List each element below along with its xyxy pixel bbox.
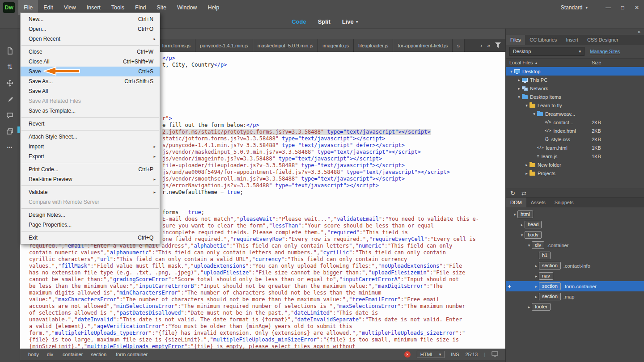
code-line[interactable]: form.","multipleFileUploads_typeError":"…	[29, 330, 505, 337]
dom-node-html[interactable]: ▾html	[506, 209, 644, 219]
collapse-arrow-icon[interactable]: ▾	[512, 212, 517, 217]
collapse-panel-icon[interactable]: »	[638, 29, 640, 34]
menu-item-close-all[interactable]: Close AllCtrl+Shift+W	[21, 57, 160, 67]
add-element-icon[interactable]: +	[508, 283, 511, 290]
guides-icon[interactable]	[5, 79, 14, 88]
dom-node-div-container[interactable]: ▾div.container	[506, 240, 644, 250]
file-tree-item-learn-html[interactable]: </>learn.html1KB	[506, 143, 644, 152]
menu-item-attach-style-sheet[interactable]: Attach Style Sheet...	[21, 132, 160, 142]
menu-item-save[interactable]: SaveCtrl+S	[21, 67, 160, 76]
sync-icon[interactable]: ⇄	[521, 190, 526, 197]
code-line[interactable]: {file} is too large, maximum file size i…	[29, 337, 505, 343]
menu-item-open[interactable]: Open...Ctrl+O	[21, 24, 160, 34]
file-tree-item-this-pc[interactable]: ▸This PC	[506, 76, 644, 84]
file-tree-item-contact[interactable]: </>contact...2KB	[506, 118, 644, 126]
menu-item-open-recent[interactable]: Open Recent▸	[21, 34, 160, 44]
column-local-files[interactable]: Local Files	[506, 60, 533, 65]
collapse-arrow-icon[interactable]: ▾	[516, 95, 522, 99]
code-line[interactable]: contain numeric values","alphanumeric":"…	[29, 249, 505, 256]
snapshot-icon[interactable]	[5, 127, 14, 136]
file-tree-item-desktop-items[interactable]: ▾Desktop items	[506, 93, 644, 101]
code-line[interactable]: be less than the minimum value:","inputC…	[29, 283, 505, 290]
tab-imageinfo-js[interactable]: imageinfo.js	[318, 39, 354, 52]
expand-arrow-icon[interactable]: ▸	[534, 264, 539, 268]
code-line[interactable]: {minSizeLimit}.","multipleFileUploads_em…	[29, 343, 505, 349]
file-tree-item-learn-to-fly[interactable]: ▾Learn to fly	[506, 101, 644, 109]
dom-node-head[interactable]: ▸head	[506, 219, 644, 230]
code-line[interactable]: has no extension file type (e.g. .txt, .…	[29, 269, 505, 276]
minimize-button[interactable]: —	[601, 0, 615, 15]
file-management-icon[interactable]: ⇅	[5, 63, 14, 72]
code-line[interactable]: unavailable.","dateInvalid":"This date i…	[29, 316, 505, 323]
code-line[interactable]: value:","maxCharactersError":"The number…	[29, 296, 505, 303]
collapse-arrow-icon[interactable]: ▾	[524, 103, 530, 108]
collapse-arrow-icon[interactable]: ▾	[526, 243, 532, 248]
expand-arrow-icon[interactable]: ▸	[516, 86, 522, 91]
expand-arrow-icon[interactable]: ▸	[519, 223, 525, 227]
panel-tab-assets[interactable]: Assets	[526, 198, 550, 207]
tag-selector-container[interactable]: .container	[61, 352, 83, 357]
file-tree-item-learn-js[interactable]: ≡learn.js1KB	[506, 152, 644, 160]
tag-selector-body[interactable]: body	[28, 352, 39, 357]
column-size[interactable]: Size	[592, 60, 601, 65]
file-tree-item-index-html[interactable]: </>index.html2KB	[506, 126, 644, 135]
collapse-arrow-icon[interactable]: ▾	[531, 112, 537, 116]
dom-node-section-contact-info[interactable]: ▸section.contact-info	[506, 261, 644, 271]
tab-scroll-icon[interactable]: ›	[480, 42, 482, 49]
collapse-arrow-icon[interactable]: ▾	[508, 69, 514, 74]
view-code-button[interactable]: Code	[292, 18, 306, 25]
file-tree-item-new-folder[interactable]: ▸New folder	[506, 160, 644, 169]
menu-item-save-as[interactable]: Save As...Ctrl+Shift+S	[21, 76, 160, 86]
menu-item-import[interactable]: Import▸	[21, 142, 160, 152]
menu-item-print-code[interactable]: Print Code...Ctrl+P	[21, 164, 160, 174]
tab-fileuploader-js[interactable]: fileuploader.js	[354, 39, 393, 52]
panel-tab-files[interactable]: Files	[506, 35, 525, 45]
menu-window[interactable]: Window	[172, 0, 202, 15]
collapse-arrow-icon[interactable]: ▾	[519, 233, 525, 237]
preview-monitor-icon[interactable]	[491, 351, 498, 358]
dom-node-h1[interactable]: h1	[506, 250, 644, 261]
tag-selector-form-container[interactable]: .form-container	[114, 352, 148, 357]
dom-node-section-form-container[interactable]: +▸section.form-container	[506, 281, 644, 291]
format-brush-icon[interactable]	[5, 95, 14, 104]
site-dropdown[interactable]: Desktop ▾	[509, 47, 585, 56]
more-tools-icon[interactable]: •••	[5, 143, 14, 152]
expand-arrow-icon[interactable]: ▸	[526, 305, 532, 309]
workspace-switcher[interactable]: Standard ▾	[561, 4, 588, 11]
expand-arrow-icon[interactable]: ▸	[524, 171, 530, 176]
tag-selector-div[interactable]: div	[47, 352, 53, 357]
tab-overflow-icon[interactable]: »	[487, 42, 490, 49]
expand-arrow-icon[interactable]: ▸	[524, 163, 530, 167]
panel-tab-css-designer[interactable]: CSS Designer	[583, 35, 623, 45]
menu-item-exit[interactable]: ExitCtrl+Q	[21, 233, 160, 243]
menu-item-real-time-preview[interactable]: Real-time Preview▸	[21, 174, 160, 184]
tab-punycode-1-4-1-min-js[interactable]: punycode-1.4.1.min.js	[195, 39, 253, 52]
dom-node-section-map[interactable]: ▸section.map	[506, 291, 644, 302]
expand-arrow-icon[interactable]: ▸	[534, 274, 539, 278]
maximize-button[interactable]: □	[615, 0, 630, 15]
dom-node-nav[interactable]: ▸nav	[506, 271, 644, 281]
panel-tab-insert[interactable]: Insert	[561, 35, 583, 45]
menu-item-save-all[interactable]: Save All	[21, 86, 160, 96]
tab-for-appointment-field-js[interactable]: for-appointment-field.js	[393, 39, 453, 52]
menu-item-validate[interactable]: Validate▸	[21, 187, 160, 197]
menu-item-close[interactable]: CloseCtrl+W	[21, 47, 160, 57]
code-line[interactable]: cyrillic characters","url":"This field c…	[29, 256, 505, 263]
file-tree-item-projects[interactable]: ▸Projects	[506, 169, 644, 177]
expand-arrow-icon[interactable]: ▸	[534, 295, 539, 299]
refresh-icon[interactable]: ↻	[510, 190, 515, 197]
live-dropdown-icon[interactable]: ▾	[356, 19, 358, 24]
code-line[interactable]: of selections allowed is ","pastDatesDis…	[29, 310, 505, 316]
code-line[interactable]: maximum digits allowed is","minCharacter…	[29, 290, 505, 296]
filter-funnel-icon[interactable]	[495, 42, 501, 49]
menu-item-save-as-template[interactable]: Save as Template...	[21, 106, 160, 116]
close-button[interactable]: ✕	[630, 0, 644, 15]
file-tree-item-dreamweav[interactable]: ▾Dreamweav...	[506, 109, 644, 118]
comments-icon[interactable]	[5, 111, 14, 120]
code-line[interactable]: accounts are not allowed","minSelections…	[29, 303, 505, 310]
view-live-button[interactable]: Live	[342, 18, 354, 25]
panel-tab-dom[interactable]: DOM	[506, 198, 526, 207]
menu-item-page-properties[interactable]: Page Properties...	[21, 220, 160, 230]
code-line[interactable]: a valid {element}.","ageVerificationErro…	[29, 323, 505, 330]
view-split-button[interactable]: Split	[318, 18, 330, 25]
